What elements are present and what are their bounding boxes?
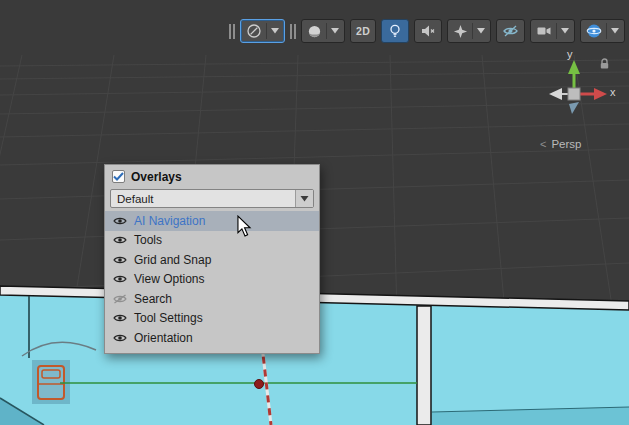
- overlay-item-orientation[interactable]: Orientation: [105, 328, 319, 348]
- dropdown-caret: [295, 190, 313, 207]
- nav-path-node: [255, 380, 264, 389]
- speaker-mute-icon: [420, 23, 436, 39]
- eye-slash-icon: [502, 23, 519, 39]
- overlay-preset-value: Default: [111, 193, 295, 205]
- wall-vertical: [417, 306, 431, 425]
- gizmo-cube[interactable]: [568, 88, 580, 100]
- unity-scene-view: 2D: [0, 0, 629, 425]
- overlay-item-view-options[interactable]: View Options: [105, 270, 319, 290]
- sphere-icon: [307, 24, 322, 39]
- axis-x-label: x: [610, 86, 616, 98]
- overlays-title: Overlays: [131, 170, 182, 184]
- overlay-item-grid-and-snap[interactable]: Grid and Snap: [105, 250, 319, 270]
- scene-visibility-toggle[interactable]: [496, 19, 525, 43]
- overlays-header: Overlays: [105, 165, 319, 188]
- eye-hidden-icon: [113, 294, 127, 304]
- compass-icon: [246, 23, 262, 39]
- camera-icon: [536, 23, 552, 39]
- scene-gizmo-button[interactable]: [580, 19, 625, 43]
- eye-icon: [113, 235, 127, 245]
- 2d-toggle-label: 2D: [356, 25, 370, 37]
- axis-y-label: y: [567, 48, 573, 60]
- scene-view-toolbar: 2D: [229, 18, 625, 44]
- chevron-down-icon: [477, 28, 485, 34]
- overlay-item-tool-settings[interactable]: Tool Settings: [105, 309, 319, 329]
- overlays-popup: Overlays Default AI Navigation Tools: [104, 164, 320, 354]
- orbit-icon: [586, 23, 602, 39]
- chevron-down-icon: [271, 28, 279, 34]
- chevron-down-icon: [331, 28, 339, 34]
- chevron-down-icon: [611, 28, 619, 34]
- overlays-menu-button[interactable]: [240, 19, 285, 43]
- overlay-item-ai-navigation[interactable]: AI Navigation: [105, 211, 319, 231]
- chevron-down-icon: [300, 196, 309, 202]
- chevron-down-icon: [561, 28, 569, 34]
- mouse-cursor: [236, 215, 252, 241]
- toolbar-drag-handle[interactable]: [290, 23, 296, 39]
- sparkle-icon: [453, 24, 468, 39]
- projection-toggle[interactable]: < Persp: [540, 138, 581, 150]
- eye-icon: [113, 216, 127, 226]
- projection-label: Persp: [551, 138, 581, 150]
- eye-icon: [113, 333, 127, 343]
- toolbar-drag-handle[interactable]: [229, 23, 235, 39]
- lightbulb-icon: [387, 23, 403, 39]
- overlays-enabled-checkbox[interactable]: [112, 170, 125, 183]
- scene-effects-button[interactable]: [447, 19, 491, 43]
- scene-camera-button[interactable]: [530, 19, 575, 43]
- eye-icon: [113, 255, 127, 265]
- overlay-item-search[interactable]: Search: [105, 289, 319, 309]
- check-icon: [113, 172, 124, 182]
- persp-chevron-icon: <: [540, 138, 546, 150]
- scene-lighting-toggle[interactable]: [381, 19, 409, 43]
- overlay-item-tools[interactable]: Tools: [105, 231, 319, 251]
- overlay-preset-dropdown[interactable]: Default: [110, 189, 314, 208]
- axis-z[interactable]: [569, 102, 579, 114]
- eye-icon: [113, 274, 127, 284]
- draw-mode-button[interactable]: [301, 19, 345, 43]
- gizmo-lock-icon[interactable]: [599, 56, 610, 74]
- 2d-toggle-button[interactable]: 2D: [350, 19, 376, 43]
- orientation-gizmo[interactable]: y x: [534, 50, 624, 130]
- scene-audio-toggle[interactable]: [414, 19, 442, 43]
- eye-icon: [113, 313, 127, 323]
